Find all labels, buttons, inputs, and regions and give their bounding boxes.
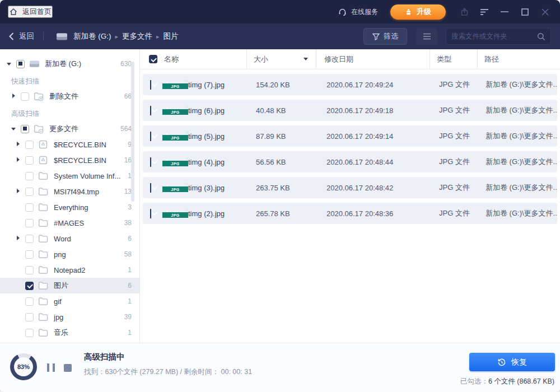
- file-row[interactable]: JPG timg (2).jpg 265.78 KB 2020.06.17 20…: [143, 203, 557, 224]
- online-service-label: 在线服务: [351, 7, 378, 17]
- tree-checkbox[interactable]: [25, 250, 34, 259]
- search-input[interactable]: [451, 32, 537, 40]
- file-row[interactable]: JPG timg (3).jpg 263.75 KB 2020.06.17 20…: [143, 177, 557, 198]
- file-row[interactable]: JPG timg (7).jpg 154.20 KB 2020.06.17 20…: [143, 74, 557, 95]
- tree-checkbox[interactable]: [25, 141, 34, 149]
- status-bar: 83% 高级扫描中 找到：630个文件 (279.27 MB) / 剩余时间： …: [0, 343, 560, 392]
- filter-button[interactable]: 筛选: [363, 28, 407, 45]
- sidebar-item-jpg[interactable]: jpg 39: [0, 309, 139, 325]
- tree-checkbox[interactable]: [25, 266, 34, 274]
- expand-arrow-icon[interactable]: [16, 236, 21, 241]
- expand-arrow-icon[interactable]: [16, 189, 21, 194]
- tree-checkbox[interactable]: [25, 297, 34, 306]
- expand-arrow-icon[interactable]: [7, 61, 12, 67]
- select-all-checkbox[interactable]: [149, 55, 157, 63]
- file-row[interactable]: JPG timg (6).jpg 40.48 KB 2020.06.17 20:…: [143, 100, 557, 121]
- breadcrumb-item-drive[interactable]: 新加卷 (G:): [73, 31, 111, 41]
- sidebar-item-$recycle-bin[interactable]: $RECYCLE.BIN 16: [0, 152, 139, 168]
- file-row[interactable]: JPG timg (4).jpg 56.56 KB 2020.06.17 20:…: [143, 151, 557, 172]
- file-name: timg (3).jpg: [188, 184, 249, 192]
- upgrade-button[interactable]: 升级: [390, 4, 446, 20]
- sidebar-item-$recycle-bin[interactable]: $RECYCLE.BIN 9: [0, 137, 139, 152]
- file-list-panel: 名称 大小 修改日期 类型 路径: [140, 49, 560, 343]
- column-header-path[interactable]: 路径: [477, 49, 560, 69]
- sidebar-item-everything[interactable]: Everything 3: [0, 199, 139, 215]
- breadcrumb-item-current[interactable]: 图片: [164, 31, 179, 41]
- tree-checkbox[interactable]: [25, 172, 34, 180]
- expand-arrow-icon[interactable]: [16, 314, 21, 320]
- close-button[interactable]: [538, 4, 552, 19]
- expand-arrow-icon[interactable]: [16, 204, 21, 210]
- expand-arrow-icon[interactable]: [16, 283, 21, 288]
- expand-arrow-icon[interactable]: [16, 298, 21, 304]
- pause-button[interactable]: [47, 363, 55, 372]
- file-date: 2020.06.17 20:49:14: [319, 132, 432, 141]
- expand-arrow-icon[interactable]: [16, 330, 21, 335]
- content-area: 新加卷 (G:) 630 快速扫描 删除文件 66 高级扫描 更多文件 564 …: [0, 49, 560, 343]
- row-checkbox[interactable]: [150, 183, 151, 193]
- sidebar-item--[interactable]: 删除文件 66: [0, 88, 139, 104]
- minimize-button[interactable]: [497, 4, 512, 19]
- column-header-name[interactable]: 名称: [161, 49, 246, 69]
- tree-checkbox[interactable]: [21, 125, 29, 133]
- tree-checkbox[interactable]: [21, 92, 29, 101]
- sidebar-item-gif[interactable]: gif 1: [0, 293, 139, 309]
- tree-checkbox[interactable]: [25, 203, 34, 212]
- column-header-type[interactable]: 类型: [430, 49, 477, 69]
- recover-button[interactable]: 恢复: [469, 353, 555, 371]
- expand-arrow-icon[interactable]: [16, 251, 21, 257]
- sidebar-scrollbar[interactable]: [131, 62, 134, 202]
- sidebar-item-notepad2[interactable]: Notepad2 1: [0, 262, 139, 278]
- file-row[interactable]: JPG timg (5).jpg 87.89 KB 2020.06.17 20:…: [143, 125, 557, 147]
- tree-checkbox[interactable]: [25, 188, 34, 196]
- column-header-size[interactable]: 大小: [246, 49, 316, 69]
- expand-arrow-icon[interactable]: [16, 173, 21, 179]
- sidebar-item-msi7f494-tmp[interactable]: MSI7f494.tmp 13: [0, 184, 139, 199]
- sidebar-item--[interactable]: 更多文件 564: [0, 121, 139, 137]
- sidebar-item-#mages[interactable]: #MAGES 38: [0, 215, 139, 231]
- row-checkbox[interactable]: [150, 209, 151, 218]
- tree-checkbox[interactable]: [25, 329, 34, 337]
- scan-status-title: 高级扫描中: [84, 352, 252, 362]
- back-button[interactable]: 返回: [9, 31, 34, 41]
- sidebar-item--[interactable]: 图片 6: [0, 278, 139, 293]
- sidebar-item--[interactable]: 音乐 1: [0, 325, 139, 340]
- expand-arrow-icon[interactable]: [16, 157, 21, 163]
- expand-arrow-icon[interactable]: [11, 126, 17, 132]
- expand-arrow-icon[interactable]: [11, 94, 17, 99]
- sidebar-item--g-[interactable]: 新加卷 (G:) 630: [0, 56, 139, 72]
- drive-icon: [29, 59, 40, 68]
- tree-item-label: Notepad2: [54, 266, 123, 274]
- file-type: JPG 文件: [432, 80, 480, 90]
- column-header-date[interactable]: 修改日期: [316, 49, 430, 69]
- tree-checkbox[interactable]: [25, 156, 34, 165]
- search-icon[interactable]: [537, 32, 545, 41]
- maximize-button[interactable]: [517, 4, 532, 19]
- expand-arrow-icon[interactable]: [16, 142, 21, 147]
- title-bar: 返回首页 在线服务 升级: [0, 0, 560, 24]
- row-checkbox[interactable]: [150, 157, 151, 167]
- tree-checkbox[interactable]: [16, 60, 25, 68]
- sidebar-item-system-volume-inf-[interactable]: System Volume Inf... 1: [0, 168, 139, 184]
- expand-arrow-icon[interactable]: [16, 220, 21, 226]
- online-service-button[interactable]: 在线服务: [338, 7, 378, 17]
- stop-button[interactable]: [64, 364, 72, 372]
- jpg-badge: JPG: [162, 212, 188, 218]
- expand-arrow-icon[interactable]: [16, 267, 21, 273]
- sidebar-item-word[interactable]: Word 6: [0, 231, 139, 246]
- breadcrumb-item-folder[interactable]: 更多文件: [122, 31, 152, 41]
- sidebar-item-png[interactable]: png 58: [0, 246, 139, 262]
- view-list-button[interactable]: [416, 28, 437, 45]
- row-checkbox[interactable]: [150, 80, 151, 90]
- folder-icon: [38, 312, 49, 321]
- tree-checkbox[interactable]: [25, 219, 34, 227]
- menu-icon[interactable]: [477, 4, 492, 19]
- tree-checkbox[interactable]: [25, 235, 34, 243]
- home-button[interactable]: 返回首页: [8, 6, 53, 18]
- share-button[interactable]: [457, 4, 472, 19]
- tree-checkbox[interactable]: [25, 313, 34, 321]
- row-checkbox[interactable]: [150, 106, 151, 115]
- tree-checkbox[interactable]: [25, 282, 34, 290]
- selected-summary-label: 已勾选：: [460, 377, 488, 385]
- row-checkbox[interactable]: [150, 132, 151, 141]
